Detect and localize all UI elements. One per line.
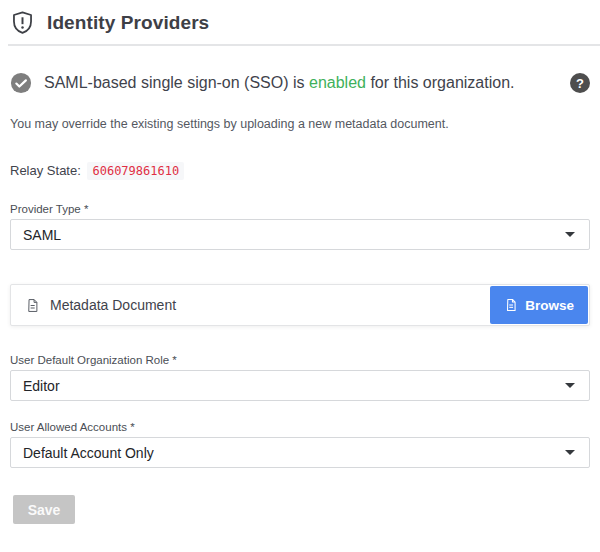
sso-status-row: SAML-based single sign-on (SSO) is enabl…: [10, 72, 590, 94]
provider-type-select[interactable]: SAML: [10, 219, 590, 250]
chevron-down-icon: [565, 232, 575, 237]
provider-type-value: SAML: [23, 227, 61, 243]
relay-state-row: Relay State: 606079861610: [10, 163, 590, 178]
user-default-org-role-field: User Default Organization Role * Editor: [10, 354, 590, 401]
browse-button[interactable]: Browse: [490, 286, 588, 324]
relay-state-label: Relay State:: [10, 163, 81, 178]
sso-status-text-before: SAML-based single sign-on (SSO) is: [44, 74, 309, 91]
identity-providers-page: Identity Providers SAML-based single sig…: [0, 0, 600, 552]
chevron-down-icon: [565, 383, 575, 388]
page-header: Identity Providers: [8, 0, 600, 46]
user-default-org-role-label: User Default Organization Role *: [10, 354, 590, 366]
sso-status-enabled: enabled: [309, 74, 366, 91]
help-icon[interactable]: ?: [570, 73, 590, 93]
browse-button-label: Browse: [525, 298, 574, 313]
provider-type-label: Provider Type *: [10, 203, 590, 215]
relay-state-value: 606079861610: [87, 162, 184, 180]
override-description: You may override the existing settings b…: [10, 117, 590, 131]
sso-status-text-after: for this organization.: [366, 74, 515, 91]
check-circle-icon: [10, 72, 32, 94]
user-allowed-accounts-select[interactable]: Default Account Only: [10, 437, 590, 468]
user-default-org-role-value: Editor: [23, 378, 60, 394]
document-icon: [25, 297, 40, 314]
metadata-document-placeholder: Metadata Document: [50, 297, 490, 313]
user-allowed-accounts-field: User Allowed Accounts * Default Account …: [10, 421, 590, 468]
page-title: Identity Providers: [47, 12, 209, 34]
document-icon: [504, 297, 518, 313]
user-default-org-role-select[interactable]: Editor: [10, 370, 590, 401]
save-button[interactable]: Save: [13, 495, 75, 524]
user-allowed-accounts-value: Default Account Only: [23, 445, 154, 461]
shield-exclamation-icon: [10, 9, 35, 36]
sso-status-text: SAML-based single sign-on (SSO) is enabl…: [44, 74, 558, 92]
chevron-down-icon: [565, 450, 575, 455]
user-allowed-accounts-label: User Allowed Accounts *: [10, 421, 590, 433]
metadata-document-input[interactable]: Metadata Document Browse: [10, 284, 590, 326]
provider-type-field: Provider Type * SAML: [10, 203, 590, 250]
